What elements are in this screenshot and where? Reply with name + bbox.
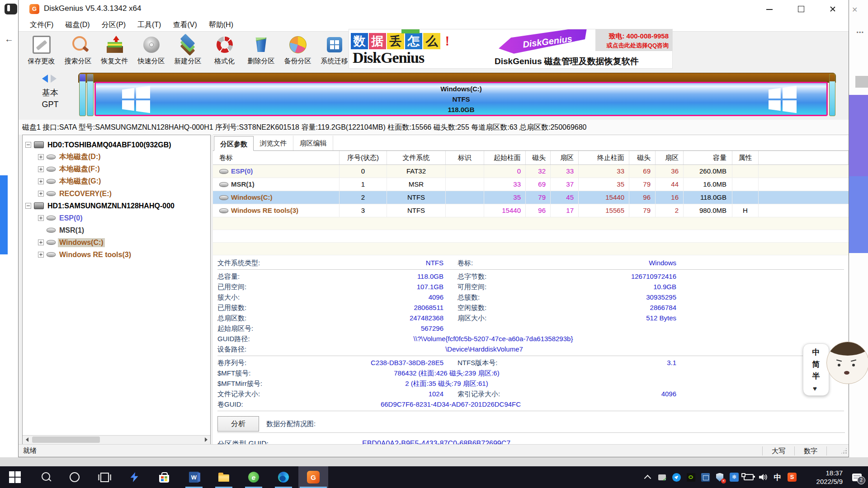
- ime-simplified-toggle[interactable]: 简: [812, 361, 820, 368]
- expand-icon[interactable]: [38, 191, 44, 197]
- table-row-windows-c-selected[interactable]: Windows(C:) 2 NTFS 35 79 45 15440 96 16 …: [213, 191, 849, 204]
- table-row-msr[interactable]: MSR(1) 1 MSR 33 69 37 35 79 44 16.0MB: [213, 178, 849, 191]
- feishu-app-button[interactable]: [119, 466, 149, 488]
- resize-grip[interactable]: [840, 447, 848, 455]
- back-arrow-icon[interactable]: [5, 34, 14, 43]
- microsoft-store-button[interactable]: [149, 466, 179, 488]
- prev-disk-arrow-icon[interactable]: [42, 75, 48, 83]
- action-center-button[interactable]: 2: [845, 466, 868, 488]
- tray-volume[interactable]: [756, 466, 770, 488]
- tree-item-local-f[interactable]: 本地磁盘(F:): [23, 163, 210, 175]
- menu-tools[interactable]: 工具(T): [132, 18, 167, 31]
- taskbar-clock[interactable]: 18:37 2022/5/9: [804, 469, 843, 486]
- maximize-button[interactable]: [785, 0, 817, 18]
- menu-view[interactable]: 查看(V): [167, 18, 203, 31]
- scroll-right-icon[interactable]: [202, 436, 210, 444]
- backup-partition-button[interactable]: 备份分区: [279, 32, 316, 70]
- ime-mascot-face[interactable]: [826, 342, 868, 384]
- tree-horizontal-scrollbar[interactable]: [23, 435, 210, 444]
- expand-icon[interactable]: [38, 178, 44, 184]
- table-row-windows-re[interactable]: Windows RE tools(3) 3 NTFS 15440 96 17 1…: [213, 204, 849, 217]
- tab-sector-edit[interactable]: 扇区编辑: [293, 136, 333, 150]
- recover-files-button[interactable]: 恢复文件: [96, 32, 133, 70]
- title-bar[interactable]: DiskGenius V5.4.3.1342 x64: [19, 0, 849, 18]
- tray-intel-graphics[interactable]: [698, 466, 712, 488]
- collapse-icon[interactable]: [25, 142, 31, 148]
- quick-partition-button[interactable]: 快速分区: [133, 32, 170, 70]
- tray-ime-indicator[interactable]: 中: [770, 466, 785, 488]
- scrollbar-thumb[interactable]: [32, 436, 100, 443]
- taskbar-search-button[interactable]: [30, 466, 60, 488]
- tray-power[interactable]: [741, 466, 756, 488]
- tree-item-windows-c[interactable]: Windows(C:): [23, 236, 210, 249]
- tray-security[interactable]: [712, 466, 727, 488]
- ad-contact[interactable]: 致电: 400-008-9958 或点击此处选择QQ咨询: [595, 29, 672, 51]
- tree-item-hd0[interactable]: HD0:TOSHIBAMQ04ABF100(932GB): [23, 139, 210, 151]
- tree-item-label: 本地磁盘(D:): [58, 152, 102, 162]
- browser-360-button[interactable]: [239, 466, 269, 488]
- msr-partition-block[interactable]: [87, 74, 94, 116]
- heart-icon[interactable]: [813, 385, 819, 391]
- tree-item-windows-re[interactable]: Windows RE tools(3): [23, 249, 210, 261]
- tree-item-local-g[interactable]: 本地磁盘(G:): [23, 175, 210, 188]
- slogan-char: 据: [369, 33, 386, 49]
- recovery-partition-block[interactable]: [829, 74, 835, 116]
- tray-snowflake-app[interactable]: [727, 466, 741, 488]
- edge-browser-button[interactable]: [269, 466, 298, 488]
- more-options-icon[interactable]: [856, 28, 863, 37]
- tray-expand-button[interactable]: [640, 466, 655, 488]
- cortana-button[interactable]: [60, 466, 90, 488]
- expand-icon[interactable]: [38, 215, 44, 221]
- expand-icon[interactable]: [38, 166, 44, 172]
- tree-item-esp[interactable]: ESP(0): [23, 212, 210, 224]
- system-migrate-button[interactable]: 系统迁移: [316, 32, 353, 70]
- tray-messenger[interactable]: [669, 466, 684, 488]
- tab-browse-files[interactable]: 浏览文件: [254, 136, 293, 150]
- search-partition-button[interactable]: 搜索分区: [60, 32, 96, 70]
- diskgenius-taskbar-button[interactable]: [298, 466, 328, 488]
- background-close-icon[interactable]: [852, 5, 858, 14]
- diskgenius-icon: [307, 471, 320, 483]
- background-window-left[interactable]: [0, 0, 19, 466]
- task-view-button[interactable]: [90, 466, 119, 488]
- delete-partition-button[interactable]: 删除分区: [243, 32, 279, 70]
- expand-icon[interactable]: [38, 252, 44, 258]
- tree-item-recovery-e[interactable]: RECOVERY(E:): [23, 188, 210, 200]
- disk-graphic-zone: 基本 GPT Windows(C:) NTFS 118.0GB: [19, 70, 849, 120]
- scroll-left-icon[interactable]: [23, 436, 31, 444]
- ime-chinese-toggle[interactable]: 中: [812, 348, 820, 356]
- analyze-button[interactable]: 分析: [217, 416, 259, 432]
- tree-item-hd1[interactable]: HD1:SAMSUNGMZNLN128HAHQ-000: [23, 200, 210, 212]
- file-explorer-button[interactable]: [209, 466, 239, 488]
- start-button[interactable]: [0, 466, 30, 488]
- menu-file[interactable]: 文件(F): [24, 18, 59, 31]
- close-button[interactable]: [817, 0, 849, 18]
- menu-disk[interactable]: 磁盘(D): [59, 18, 95, 31]
- ime-halfwidth-toggle[interactable]: 半: [812, 372, 820, 380]
- ad-banner[interactable]: 数 据 丢 怎 么 ！ DiskGenius DiskGenius 致电: 40…: [349, 29, 673, 69]
- format-button[interactable]: 格式化: [206, 32, 243, 70]
- table-row-esp[interactable]: ESP(0) 0 FAT32 0 32 33 33 69 36 260.0MB: [213, 165, 849, 178]
- word-app-button[interactable]: [179, 466, 209, 488]
- menu-partition[interactable]: 分区(P): [96, 18, 132, 31]
- collapse-icon[interactable]: [25, 203, 31, 209]
- expand-icon[interactable]: [38, 154, 44, 160]
- minimize-button[interactable]: [754, 0, 785, 18]
- ime-mode-panel[interactable]: 中 简 半: [803, 343, 829, 396]
- tree-item-local-d[interactable]: 本地磁盘(D:): [23, 151, 210, 163]
- tray-sogou[interactable]: [785, 466, 799, 488]
- tab-partition-params[interactable]: 分区参数: [214, 136, 254, 151]
- windows-c-partition-block[interactable]: Windows(C:) NTFS 118.0GB: [94, 82, 828, 116]
- new-partition-button[interactable]: 新建分区: [170, 32, 206, 70]
- next-disk-arrow-icon[interactable]: [51, 75, 57, 83]
- tray-printer[interactable]: [655, 466, 669, 488]
- expand-icon[interactable]: [38, 239, 44, 245]
- ad-qq-link[interactable]: 或点击此处选择QQ咨询: [595, 42, 669, 50]
- sogou-ime-widget[interactable]: 中 简 半: [803, 342, 868, 398]
- esp-partition-block[interactable]: [79, 74, 86, 116]
- table-header: 卷标 序号(状态) 文件系统 标识 起始柱面 磁头 扇区 终止柱面 磁头 扇区 …: [213, 151, 849, 165]
- menu-help[interactable]: 帮助(H): [203, 18, 239, 31]
- tree-item-msr[interactable]: MSR(1): [23, 224, 210, 236]
- save-changes-button[interactable]: 保存更改: [23, 32, 60, 70]
- tray-nvidia[interactable]: [684, 466, 698, 488]
